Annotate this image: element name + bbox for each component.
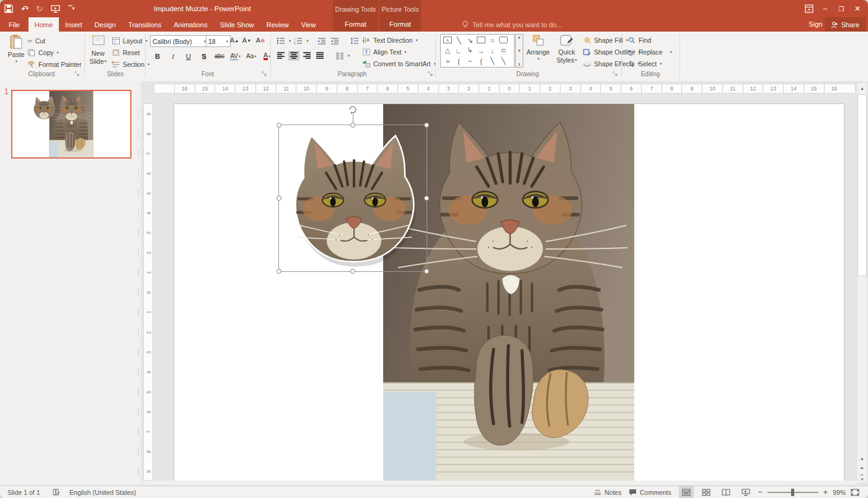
- shape-freeform-blob-icon[interactable]: ⊂: [498, 46, 509, 56]
- replace-button[interactable]: abac Replace▾: [627, 46, 672, 57]
- tab-view[interactable]: View: [295, 17, 322, 32]
- align-text-button[interactable]: Align Text▾: [362, 46, 407, 57]
- ribbon-display-options-icon[interactable]: [801, 1, 817, 16]
- tab-slide-show[interactable]: Slide Show: [214, 17, 260, 32]
- cut-button[interactable]: ✂Cut: [27, 35, 45, 46]
- resize-handle-n[interactable]: [350, 123, 355, 128]
- section-button[interactable]: Section▾: [112, 59, 149, 69]
- vertical-scrollbar[interactable]: ▲ ▼ ▲▔ ▔▼: [857, 84, 867, 483]
- zoom-in-button[interactable]: +: [823, 487, 828, 497]
- customize-qat-icon[interactable]: ▔▾: [67, 4, 77, 14]
- quick-styles-button[interactable]: Quick Styles▾: [553, 34, 580, 64]
- shape-elbow-arrow-icon[interactable]: ↳: [464, 46, 476, 56]
- tab-transitions[interactable]: Transitions: [122, 17, 167, 32]
- convert-to-smartart-button[interactable]: Convert to SmartArt▾: [362, 58, 436, 69]
- zoom-level[interactable]: 99%: [833, 489, 846, 496]
- next-slide-button[interactable]: ▔▼: [857, 473, 867, 483]
- slide-canvas[interactable]: [174, 103, 844, 482]
- arrange-button[interactable]: Arrange▾: [525, 34, 552, 61]
- character-spacing-button[interactable]: AV▾: [230, 51, 241, 61]
- tab-design[interactable]: Design: [89, 17, 122, 32]
- paragraph-dialog-launcher-icon[interactable]: [428, 71, 434, 77]
- resize-handle-w[interactable]: [277, 196, 281, 201]
- clear-formatting-button[interactable]: A◆: [255, 35, 265, 45]
- bold-button[interactable]: B: [153, 51, 162, 61]
- new-slide-button[interactable]: New Slide▾: [87, 34, 109, 65]
- shape-gallery-scrollbar[interactable]: ▲▼⊻: [515, 34, 523, 68]
- shape-rounded-rectangle-icon[interactable]: [499, 37, 508, 43]
- change-case-button[interactable]: Aa▾: [246, 51, 257, 61]
- cat-head-cutout-image[interactable]: [31, 95, 57, 121]
- columns-button[interactable]: [334, 51, 345, 61]
- comments-button[interactable]: Comments: [629, 486, 671, 498]
- notes-button[interactable]: Notes: [594, 486, 621, 498]
- select-button[interactable]: Select▾: [627, 58, 662, 69]
- shape-oval-icon[interactable]: ○: [487, 35, 498, 45]
- font-size-combo[interactable]: 18▾: [206, 35, 231, 47]
- underline-button[interactable]: U: [184, 51, 193, 61]
- font-family-combo[interactable]: Calibri (Body)▾: [150, 35, 208, 47]
- resize-handle-s[interactable]: [350, 269, 355, 274]
- justify-button[interactable]: [314, 51, 326, 61]
- fit-slide-to-window-icon[interactable]: [851, 489, 859, 496]
- align-left-button[interactable]: [275, 51, 286, 61]
- tab-review[interactable]: Review: [260, 17, 295, 32]
- shape-arc-icon[interactable]: (: [453, 56, 464, 66]
- numbering-button[interactable]: 123: [293, 36, 304, 46]
- tab-home[interactable]: Home: [29, 17, 59, 32]
- align-center-button[interactable]: [288, 51, 299, 61]
- language-indicator[interactable]: English (United States): [69, 486, 136, 498]
- start-slideshow-icon[interactable]: [51, 4, 61, 14]
- shape-down-arrow-icon[interactable]: ↓: [487, 46, 498, 56]
- shape-line-icon[interactable]: ╲: [453, 35, 464, 45]
- reset-button[interactable]: Reset: [112, 47, 140, 58]
- scroll-up-icon[interactable]: ▲: [857, 84, 867, 93]
- horizontal-scrollbar-track[interactable]: [141, 481, 857, 485]
- tab-picture-format[interactable]: Format: [379, 17, 421, 32]
- shape-arrow-line-icon[interactable]: ↘: [464, 35, 476, 45]
- increase-indent-button[interactable]: [329, 36, 340, 46]
- decrease-indent-button[interactable]: [316, 36, 327, 46]
- resize-handle-sw[interactable]: [277, 269, 281, 274]
- line-spacing-button[interactable]: [349, 36, 360, 46]
- resize-handle-se[interactable]: [424, 269, 429, 274]
- shape-diagonal-line-icon[interactable]: ╲: [498, 56, 509, 66]
- shape-text-box-icon[interactable]: A: [443, 37, 452, 43]
- tab-file[interactable]: File: [0, 17, 29, 32]
- zoom-slider-thumb[interactable]: [791, 489, 794, 496]
- font-dialog-launcher-icon[interactable]: [262, 71, 268, 77]
- selection-bounding-box[interactable]: [278, 124, 427, 272]
- strikethrough-button[interactable]: abc: [215, 51, 224, 61]
- drawing-dialog-launcher-icon[interactable]: [613, 71, 619, 77]
- redo-icon[interactable]: ↻: [35, 4, 45, 14]
- shape-line-2-icon[interactable]: ╲: [487, 56, 498, 66]
- scrollbar-thumb[interactable]: [857, 94, 867, 276]
- tab-insert[interactable]: Insert: [59, 17, 89, 32]
- save-icon[interactable]: [4, 4, 14, 14]
- undo-dropdown-icon[interactable]: ▾: [26, 6, 29, 11]
- slide-thumbnail[interactable]: [11, 90, 131, 159]
- shape-scribble-icon[interactable]: ≈: [442, 56, 453, 66]
- increase-font-size-button[interactable]: A▲: [229, 35, 239, 45]
- resize-handle-ne[interactable]: [424, 123, 429, 128]
- shape-curve-icon[interactable]: ~: [464, 56, 476, 66]
- previous-slide-button[interactable]: ▲▔: [857, 464, 867, 473]
- slideshow-view-button[interactable]: [738, 486, 753, 498]
- maximize-button[interactable]: ❐: [833, 1, 849, 16]
- shape-left-brace-icon[interactable]: {: [476, 56, 487, 66]
- slide-indicator[interactable]: Slide 1 of 1: [7, 486, 40, 498]
- reading-view-button[interactable]: [719, 486, 733, 498]
- close-button[interactable]: ✕: [849, 1, 866, 16]
- shape-elbow-connector-icon[interactable]: ∟: [453, 46, 464, 56]
- tell-me-box[interactable]: Tell me what you want to do...: [462, 17, 562, 32]
- find-button[interactable]: Find: [627, 35, 651, 45]
- scroll-down-icon[interactable]: ▼: [857, 455, 867, 464]
- resize-handle-nw[interactable]: [277, 123, 281, 128]
- clipboard-dialog-launcher-icon[interactable]: [74, 71, 81, 77]
- share-button[interactable]: Share: [825, 17, 866, 32]
- bullets-button[interactable]: [275, 36, 286, 46]
- decrease-font-size-button[interactable]: A▼: [242, 35, 252, 45]
- shape-gallery[interactable]: A╲↘○△∟↳→↓⊂≈(~{╲╲: [440, 34, 515, 68]
- text-shadow-button[interactable]: S: [199, 51, 209, 61]
- format-painter-button[interactable]: Format Painter: [27, 59, 81, 69]
